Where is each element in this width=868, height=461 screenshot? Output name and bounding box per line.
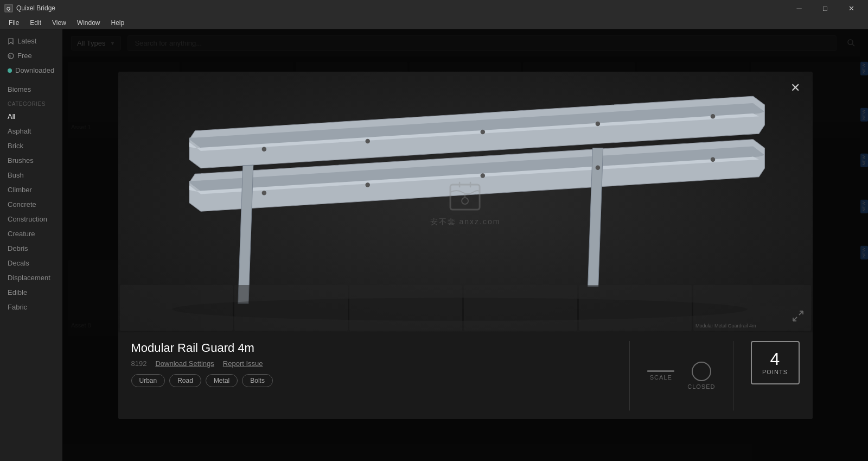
svg-point-17 [595, 121, 599, 125]
sidebar-item-edible[interactable]: Edible [0, 285, 62, 300]
sidebar-item-all[interactable]: All [0, 109, 62, 124]
sidebar-item-downloaded[interactable]: Downloaded [0, 63, 62, 78]
sidebar-item-fabric[interactable]: Fabric [0, 300, 62, 314]
sidebar-item-brushes[interactable]: Brushes [0, 153, 62, 168]
sidebar-item-asphalt[interactable]: Asphalt [0, 124, 62, 138]
modal-preview-area: 安不套 anxz.com [118, 72, 813, 332]
sidebar-item-biomes[interactable]: Biomes [0, 82, 62, 97]
points-label: POINTS [762, 369, 788, 375]
tag-icon: $ [8, 53, 14, 59]
closed-indicator: CLOSED [687, 362, 715, 390]
tag-urban[interactable]: Urban [131, 374, 165, 387]
modal-asset-info: Modular Rail Guard 4m 8192 Download Sett… [131, 341, 612, 411]
points-number: 4 [770, 350, 780, 368]
report-issue-link[interactable]: Report Issue [223, 359, 263, 368]
menu-file[interactable]: File [4, 18, 23, 28]
points-box: 4 POINTS [751, 341, 800, 384]
sidebar-item-bush[interactable]: Bush [0, 168, 62, 182]
svg-point-18 [710, 114, 714, 118]
svg-point-19 [261, 191, 266, 195]
modal-overlay: ✕ [62, 29, 868, 461]
downloaded-dot [8, 68, 12, 73]
watermark-icon [446, 177, 484, 215]
categories-label: CATEGORIES [0, 97, 62, 109]
tag-metal[interactable]: Metal [206, 374, 238, 387]
svg-point-14 [261, 147, 266, 151]
download-settings-link[interactable]: Download Settings [155, 359, 214, 368]
svg-point-16 [480, 129, 484, 134]
closed-circle [692, 362, 711, 381]
sidebar-item-concrete[interactable]: Concrete [0, 197, 62, 212]
modal-close-button[interactable]: ✕ [787, 79, 804, 97]
watermark: 安不套 anxz.com [430, 177, 501, 227]
asset-detail-modal: ✕ [118, 72, 813, 419]
sidebar-item-climber[interactable]: Climber [0, 182, 62, 197]
modal-bottom-bar: Modular Rail Guard 4m 8192 Download Sett… [118, 332, 813, 419]
asset-meta: 8192 Download Settings Report Issue [131, 359, 612, 368]
watermark-text: 安不套 anxz.com [430, 217, 501, 227]
sidebar-item-brick[interactable]: Brick [0, 138, 62, 153]
content-area: All Types ▼ Asset 1 Asset 2 Asset 3 Asse… [62, 29, 868, 461]
svg-point-26 [462, 198, 469, 204]
menu-help[interactable]: Help [107, 18, 129, 28]
title-bar-left: Q Quixel Bridge [4, 4, 55, 12]
app-title: Quixel Bridge [16, 4, 55, 12]
asset-title: Modular Rail Guard 4m [131, 341, 612, 355]
svg-point-15 [365, 138, 369, 143]
close-button[interactable]: ✕ [839, 0, 864, 16]
background-thumbnails: Modular Metal Guardrail 4m [118, 283, 813, 332]
scale-line [647, 370, 674, 372]
sidebar-item-construction[interactable]: Construction [0, 212, 62, 226]
sidebar-item-free[interactable]: $ Free [0, 48, 62, 63]
minimize-button[interactable]: ─ [787, 0, 812, 16]
asset-id: 8192 [131, 359, 147, 368]
tag-road[interactable]: Road [169, 374, 201, 387]
svg-text:$: $ [9, 55, 11, 58]
scale-label: SCALE [650, 374, 672, 381]
asset-tags: Urban Road Metal Bolts [131, 374, 612, 387]
modal-divider-2 [733, 341, 733, 411]
window-controls: ─ □ ✕ [787, 0, 864, 16]
modal-divider-1 [629, 341, 630, 411]
app-icon: Q [4, 4, 13, 12]
sidebar-item-latest[interactable]: Latest [0, 34, 62, 48]
bookmark-icon [8, 38, 14, 45]
menu-view[interactable]: View [48, 18, 71, 28]
svg-text:Q: Q [7, 6, 10, 11]
sidebar-item-creature[interactable]: Creature [0, 226, 62, 241]
sidebar-item-displacement[interactable]: Displacement [0, 270, 62, 285]
scale-closed-info: SCALE CLOSED [647, 341, 715, 411]
title-bar: Q Quixel Bridge ─ □ ✕ [0, 0, 868, 16]
closed-label: CLOSED [687, 383, 715, 390]
scale-indicator: SCALE [647, 370, 674, 381]
scale-row: SCALE CLOSED [647, 362, 715, 390]
menu-edit[interactable]: Edit [25, 18, 46, 28]
sidebar-bookmarks: Latest $ Free Downloaded [0, 29, 62, 82]
sidebar: Latest $ Free Downloaded Biomes CATEGORI… [0, 29, 62, 461]
tag-bolts[interactable]: Bolts [242, 374, 273, 387]
svg-point-22 [595, 165, 599, 169]
menu-window[interactable]: Window [73, 18, 105, 28]
maximize-button[interactable]: □ [813, 0, 838, 16]
sidebar-item-decals[interactable]: Decals [0, 256, 62, 270]
menu-bar: File Edit View Window Help [0, 16, 868, 29]
svg-point-23 [710, 157, 714, 161]
svg-point-20 [365, 182, 369, 187]
app-body: Latest $ Free Downloaded Biomes CATEGORI… [0, 29, 868, 461]
sidebar-item-debris[interactable]: Debris [0, 241, 62, 256]
